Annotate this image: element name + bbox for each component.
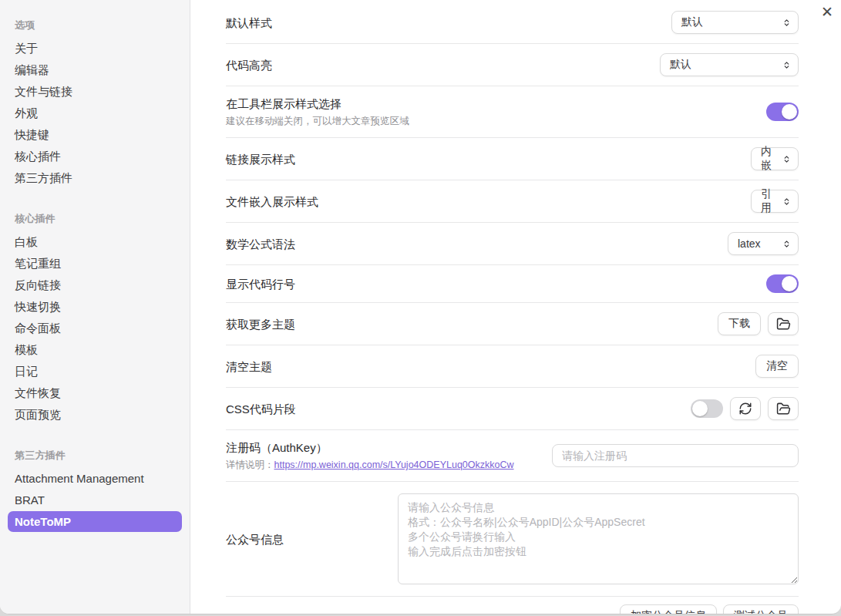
sidebar-item-file-recovery[interactable]: 文件恢复 (8, 382, 182, 403)
sidebar-item-editor[interactable]: 编辑器 (8, 59, 182, 80)
authkey-help-link[interactable]: https://mp.weixin.qq.com/s/LYujo4ODEYLuq… (274, 459, 514, 470)
sidebar-item-core-plugins[interactable]: 核心插件 (8, 146, 182, 167)
sidebar-item-brat[interactable]: BRAT (8, 490, 182, 510)
code-line-number-toggle[interactable] (766, 274, 799, 293)
sidebar-header-community-plugins: 第三方插件 (8, 446, 182, 467)
footer-actions: 加密公众号信息 测试公众号 (226, 597, 799, 614)
sidebar-item-attachment-management[interactable]: Attachment Management (8, 468, 182, 489)
sidebar-section-options: 选项 关于 编辑器 文件与链接 外观 快捷键 核心插件 第三方插件 (8, 15, 182, 188)
chevrons-up-down-icon (782, 240, 791, 248)
sidebar-item-page-preview[interactable]: 页面预览 (8, 404, 182, 425)
get-themes-label: 获取更多主题 (226, 316, 295, 332)
sidebar-item-command-palette[interactable]: 命令面板 (8, 318, 182, 338)
refresh-icon (738, 402, 752, 416)
folder-open-icon (776, 402, 791, 416)
close-icon[interactable]: ✕ (821, 3, 833, 20)
toolbar-style-toggle[interactable] (766, 103, 799, 121)
chevrons-up-down-icon (782, 155, 791, 163)
setting-row-toolbar-style: 在工具栏展示样式选择 建议在移动端关闭，可以增大文章预览区域 (226, 86, 799, 138)
encrypt-mp-info-button[interactable]: 加密公众号信息 (620, 604, 717, 614)
setting-row-get-themes: 获取更多主题 下载 (226, 303, 799, 345)
setting-row-css-snippet: CSS代码片段 (226, 388, 799, 430)
sidebar-section-core-plugins: 核心插件 白板 笔记重组 反向链接 快速切换 命令面板 模板 日记 文件恢复 页… (8, 209, 182, 425)
mp-info-textarea[interactable] (398, 493, 799, 584)
open-theme-folder-button[interactable] (768, 312, 799, 335)
css-snippet-label: CSS代码片段 (226, 401, 296, 417)
sidebar-header-options: 选项 (8, 15, 182, 37)
setting-row-authkey: 注册码（AuthKey） 详情说明：https://mp.weixin.qq.c… (226, 430, 799, 482)
toggle-knob (782, 104, 797, 119)
setting-row-default-style: 默认样式 默认 (226, 2, 799, 44)
chevrons-up-down-icon (782, 61, 791, 69)
authkey-desc-prefix: 详情说明： (226, 459, 274, 470)
setting-row-code-highlight: 代码高亮 默认 (226, 44, 799, 86)
chevrons-up-down-icon (782, 197, 791, 206)
toolbar-style-desc: 建议在移动端关闭，可以增大文章预览区域 (226, 115, 409, 128)
folder-open-icon (776, 317, 791, 332)
setting-row-math-syntax: 数学公式语法 latex (226, 223, 799, 265)
sidebar-header-core-plugins: 核心插件 (8, 209, 182, 231)
link-style-label: 链接展示样式 (226, 151, 295, 167)
sidebar-section-community-plugins: 第三方插件 Attachment Management BRAT NoteToM… (8, 446, 182, 532)
toggle-knob (692, 401, 708, 416)
authkey-input[interactable] (552, 444, 799, 467)
setting-row-file-embed-style: 文件嵌入展示样式 引用 (226, 180, 799, 223)
chevrons-up-down-icon (782, 19, 791, 27)
sidebar-item-files-links[interactable]: 文件与链接 (8, 81, 182, 102)
link-style-select-value: 内嵌 (761, 145, 776, 173)
download-theme-button[interactable]: 下载 (718, 312, 761, 335)
setting-row-code-line-number: 显示代码行号 (226, 265, 799, 303)
setting-row-clear-theme: 清空主题 清空 (226, 345, 799, 388)
sidebar-item-daily-notes[interactable]: 日记 (8, 361, 182, 382)
settings-modal: 选项 关于 编辑器 文件与链接 外观 快捷键 核心插件 第三方插件 核心插件 白… (0, 0, 841, 614)
code-highlight-select-value: 默认 (670, 58, 691, 72)
sidebar-item-backlinks[interactable]: 反向链接 (8, 274, 182, 295)
math-syntax-label: 数学公式语法 (226, 236, 295, 252)
file-embed-style-label: 文件嵌入展示样式 (226, 194, 318, 210)
authkey-label: 注册码（AuthKey） (226, 439, 514, 456)
file-embed-style-select[interactable]: 引用 (751, 190, 799, 213)
sidebar-item-community-plugins[interactable]: 第三方插件 (8, 167, 182, 188)
sidebar-item-templates[interactable]: 模板 (8, 339, 182, 360)
toolbar-style-label: 在工具栏展示样式选择 (226, 96, 409, 112)
toggle-knob (782, 276, 797, 291)
setting-row-link-style: 链接展示样式 内嵌 (226, 138, 799, 180)
sidebar-item-hotkeys[interactable]: 快捷键 (8, 124, 182, 145)
open-css-snippet-folder-button[interactable] (768, 397, 799, 420)
code-line-number-label: 显示代码行号 (226, 276, 295, 292)
clear-theme-button[interactable]: 清空 (755, 355, 799, 378)
setting-row-mp-info: 公众号信息 (226, 482, 799, 597)
clear-theme-label: 清空主题 (226, 358, 272, 375)
code-highlight-select[interactable]: 默认 (660, 53, 799, 76)
code-highlight-label: 代码高亮 (226, 57, 272, 73)
default-style-label: 默认样式 (226, 15, 272, 31)
settings-sidebar: 选项 关于 编辑器 文件与链接 外观 快捷键 核心插件 第三方插件 核心插件 白… (0, 0, 190, 614)
default-style-select-value: 默认 (681, 15, 703, 29)
css-snippet-toggle[interactable] (691, 399, 723, 418)
refresh-css-snippet-button[interactable] (730, 397, 761, 420)
sidebar-item-canvas[interactable]: 白板 (8, 231, 182, 252)
link-style-select[interactable]: 内嵌 (751, 147, 799, 170)
sidebar-item-about[interactable]: 关于 (8, 38, 182, 59)
math-syntax-select[interactable]: latex (728, 232, 799, 255)
sidebar-item-note-composer[interactable]: 笔记重组 (8, 253, 182, 274)
test-mp-button[interactable]: 测试公众号 (723, 604, 799, 614)
sidebar-item-quick-switcher[interactable]: 快速切换 (8, 296, 182, 317)
mp-info-label: 公众号信息 (226, 531, 284, 547)
default-style-select[interactable]: 默认 (671, 11, 799, 34)
authkey-desc: 详情说明：https://mp.weixin.qq.com/s/LYujo4OD… (226, 459, 514, 472)
sidebar-item-appearance[interactable]: 外观 (8, 103, 182, 123)
math-syntax-select-value: latex (738, 237, 761, 250)
file-embed-style-select-value: 引用 (761, 187, 776, 215)
sidebar-item-notetomp[interactable]: NoteToMP (8, 511, 182, 532)
settings-content: ✕ 默认样式 默认 代码高亮 默认 (190, 0, 841, 614)
